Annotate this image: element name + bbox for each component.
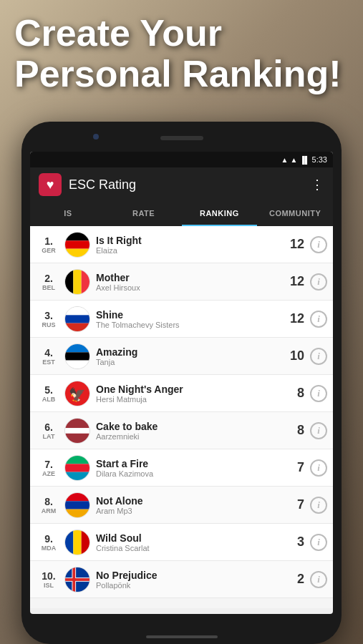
info-button[interactable]: i: [310, 236, 327, 253]
song-score: 12: [284, 274, 304, 289]
overflow-menu-button[interactable]: ⋮: [311, 177, 324, 192]
song-title: Mother: [96, 272, 284, 283]
song-score: 7: [284, 497, 304, 512]
app-title: ESC Rating: [69, 177, 311, 192]
song-info: Is It Right Elaiza: [96, 235, 284, 255]
country-code: MDA: [36, 545, 62, 552]
flag-al: 🦅: [64, 381, 90, 406]
svg-rect-10: [65, 352, 89, 360]
rank-num: 10.: [36, 570, 62, 582]
svg-rect-21: [65, 501, 89, 509]
list-item[interactable]: 3. RUS Shine The Tolmachevy Sisters 12 i: [30, 301, 333, 338]
flag-is: [64, 567, 90, 592]
rank-country-9: 10. ISL: [36, 570, 62, 589]
info-button[interactable]: i: [310, 534, 327, 551]
country-code: BEL: [36, 284, 62, 291]
svg-rect-3: [65, 270, 73, 294]
info-button[interactable]: i: [310, 348, 327, 365]
song-info: Amazing Tanja: [96, 346, 284, 366]
song-info: One Night's Anger Hersi Matmuja: [96, 384, 284, 404]
list-item[interactable]: 10. ISL No Prejudice Pollapönk 2 i: [30, 561, 333, 598]
info-button[interactable]: i: [310, 311, 327, 328]
list-item[interactable]: 7. AZE Start a Fire Dilara Kazimova 7 i: [30, 449, 333, 487]
flag-am: [64, 492, 90, 518]
wifi-icon: ▲: [281, 156, 289, 164]
song-info: Start a Fire Dilara Kazimova: [96, 458, 284, 478]
song-score: 8: [284, 386, 304, 401]
signal-icon: ▲: [291, 156, 298, 164]
tab-rate[interactable]: RATE: [106, 202, 182, 225]
info-button[interactable]: i: [310, 422, 327, 439]
song-info: Not Alone Aram Mp3: [96, 495, 284, 515]
svg-rect-1: [65, 240, 89, 248]
song-score: 3: [284, 535, 304, 550]
song-artist: The Tolmachevy Sisters: [96, 321, 284, 329]
flag-de: [64, 232, 90, 258]
list-item[interactable]: 4. EST Amazing Tanja 10 i: [30, 338, 333, 375]
info-button[interactable]: i: [310, 459, 327, 477]
svg-rect-19: [65, 472, 89, 479]
list-item[interactable]: 2. BEL Mother Axel Hirsoux 12 i: [30, 263, 333, 301]
phone-wrapper: ▲ ▲ ▐▌ 5:33 ♥ ESC Rating ⋮ IS RATE RANKI…: [21, 122, 342, 637]
list-item[interactable]: 5. ALB 🦅 One Night's Anger Hersi Matmuja…: [30, 375, 333, 412]
song-title: No Prejudice: [96, 570, 284, 581]
song-info: Cake to bake Aarzemnieki: [96, 421, 284, 441]
song-score: 12: [284, 237, 304, 252]
tab-ranking[interactable]: RANKING: [182, 202, 258, 225]
svg-rect-24: [73, 530, 81, 555]
rank-num: 1.: [36, 235, 62, 247]
rank-num: 7.: [36, 459, 62, 470]
flag-ee: [64, 343, 90, 369]
country-code: AZE: [36, 470, 62, 477]
tab-community[interactable]: COMMUNITY: [257, 202, 333, 225]
info-button[interactable]: i: [310, 385, 327, 402]
app-toolbar: ♥ ESC Rating ⋮: [30, 167, 333, 202]
song-title: Shine: [96, 309, 284, 321]
list-item[interactable]: 6. LAT Cake to bake Aarzemnieki 8 i: [30, 412, 333, 449]
svg-rect-4: [73, 270, 81, 294]
flag-ru: [64, 306, 90, 332]
song-info: Shine The Tolmachevy Sisters: [96, 309, 284, 329]
svg-rect-6: [65, 307, 89, 315]
rank-country-6: 7. AZE: [36, 459, 62, 477]
country-code: LAT: [36, 433, 62, 440]
song-score: 10: [284, 348, 304, 364]
song-score: 7: [284, 460, 304, 475]
country-code: ALB: [36, 396, 62, 403]
song-score: 2: [284, 572, 304, 587]
list-item[interactable]: 1. GER Is It Right Elaiza 12 i: [30, 226, 333, 263]
svg-rect-5: [82, 270, 89, 294]
svg-rect-16: [65, 433, 89, 442]
list-item[interactable]: 9. MDA Wild Soul Cristina Scarlat 3 i: [30, 524, 333, 561]
song-artist: Cristina Scarlat: [96, 544, 284, 552]
svg-rect-17: [65, 456, 89, 464]
song-artist: Aram Mp3: [96, 507, 284, 515]
status-icons: ▲ ▲ ▐▌ 5:33: [281, 155, 327, 164]
list-item[interactable]: 8. ARM Not Alone Aram Mp3 7 i: [30, 487, 333, 524]
rank-num: 9.: [36, 533, 62, 545]
info-button[interactable]: i: [310, 273, 327, 291]
svg-rect-20: [65, 493, 89, 501]
tabs-bar: IS RATE RANKING COMMUNITY: [30, 202, 333, 226]
song-info: Wild Soul Cristina Scarlat: [96, 532, 284, 552]
status-bar: ▲ ▲ ▐▌ 5:33: [30, 152, 333, 167]
flag-lv: [64, 418, 90, 444]
country-code: GER: [36, 247, 62, 254]
phone-home-bar: [146, 635, 218, 638]
phone-camera: [93, 134, 99, 140]
time-display: 5:33: [312, 155, 327, 164]
info-button[interactable]: i: [310, 497, 327, 514]
song-title: Cake to bake: [96, 421, 284, 432]
tab-is[interactable]: IS: [30, 202, 106, 225]
phone-speaker: [160, 136, 203, 140]
rank-country-1: 2. BEL: [36, 273, 62, 291]
songs-list: 1. GER Is It Right Elaiza 12 i 2. BEL Mo…: [30, 226, 333, 608]
song-artist: Elaiza: [96, 246, 284, 255]
song-artist: Pollapönk: [96, 581, 284, 590]
flag-az: [64, 455, 90, 481]
country-code: EST: [36, 358, 62, 366]
svg-rect-18: [65, 464, 89, 472]
rank-num: 8.: [36, 496, 62, 507]
info-button[interactable]: i: [310, 571, 327, 588]
svg-rect-14: [65, 419, 89, 428]
